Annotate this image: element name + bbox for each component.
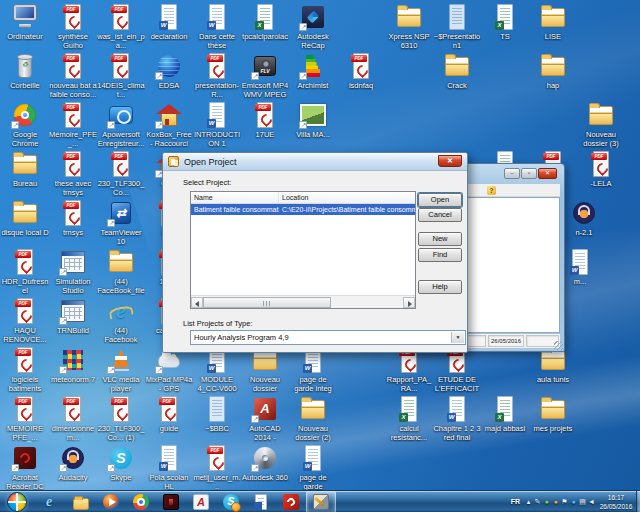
desktop-icon-dans-cette-th-se[interactable]: Dans cette thèse: [193, 4, 241, 50]
taskbar-button-windows-explorer[interactable]: [66, 491, 96, 512]
desktop-icon-calcul-resistanc[interactable]: calcul resistanc...: [385, 396, 433, 442]
desktop-icon-pola-scolan-hl[interactable]: Pola scolan HL: [145, 445, 193, 491]
pen-input-icon[interactable]: ✎: [533, 491, 542, 512]
desktop-icon-emicsoft-mp4-wmv-mpeg-a[interactable]: Emicsoft MP4 WMV MPEG A...: [241, 53, 289, 100]
desktop-icon-presentation-r[interactable]: presentation-R...: [193, 53, 241, 99]
column-header-name[interactable]: Name: [191, 192, 279, 203]
desktop-icon-archimist[interactable]: Archimist: [289, 53, 337, 90]
desktop-icon-mixpad-mp4a-gps[interactable]: MixPad MP4a - GPS: [145, 347, 193, 393]
desktop-icon-memoire-pfe[interactable]: MEMOIRE PFE_...: [1, 396, 49, 442]
taskbar-button-hap[interactable]: [306, 491, 336, 512]
desktop-icon-synth-se-guiho[interactable]: synthèse Guiho: [49, 4, 97, 50]
desktop-icon-230-tlf300-co-1[interactable]: 230_TLF300_Co... (1): [97, 396, 145, 442]
desktop-icon-44-facebook-files[interactable]: (44) FaceBook_files: [97, 249, 145, 296]
scroll-left-icon[interactable]: [191, 297, 203, 308]
desktop-icon-page-de-garde[interactable]: page de garde: [289, 445, 337, 491]
volume-icon[interactable]: ◄: [587, 491, 596, 512]
start-button[interactable]: [7, 492, 27, 512]
desktop-icon-google-chrome[interactable]: Google Chrome: [1, 102, 49, 148]
resize-grip-icon[interactable]: [554, 341, 563, 350]
desktop-icon-logiciels-batiments[interactable]: logiciels batiments: [1, 347, 49, 393]
desktop-icon-ts[interactable]: TS: [481, 4, 529, 41]
desktop-icon-lela[interactable]: -LELA: [577, 151, 625, 188]
desktop-icon-dimensionnem[interactable]: dimensionnem...: [49, 396, 97, 442]
help-button[interactable]: Help: [418, 280, 462, 294]
desktop-icon-disque-local-d[interactable]: disque local D: [1, 200, 49, 237]
desktop-icon-autodesk-recap[interactable]: Autodesk ReCap: [289, 4, 337, 50]
desktop-icon-villa-ma[interactable]: Villa MA...: [289, 102, 337, 139]
desktop-icon-xpress-nsp-6310-standard[interactable]: Xpress NSP 6310 Standard: [385, 4, 433, 51]
open-button[interactable]: Open: [418, 193, 462, 207]
minimize-button[interactable]: –: [504, 168, 520, 179]
desktop-icon-meteonorm-7[interactable]: meteonorm 7: [49, 347, 97, 384]
desktop-icon-bbc[interactable]: ~$BBC: [193, 396, 241, 433]
desktop-icon-edsa[interactable]: EDSA: [145, 53, 193, 90]
action-center-flag-icon[interactable]: ⚑: [560, 491, 569, 512]
taskbar-button-word[interactable]: [246, 491, 276, 512]
taskbar-button-adobe-reader[interactable]: [276, 491, 306, 512]
scrollbar-thumb[interactable]: [203, 297, 331, 308]
desktop-icon-apowersoft-enregistreur[interactable]: Apowersoft Enregistreur...: [97, 102, 145, 148]
horizontal-scrollbar[interactable]: [191, 295, 415, 308]
desktop-icon-44-facebook[interactable]: (44) Facebook: [97, 298, 145, 344]
show-desktop-button[interactable]: [636, 491, 640, 512]
taskbar-clock[interactable]: 16:17 26/05/2016: [597, 493, 635, 511]
taskbar-button-google-chrome[interactable]: [126, 491, 156, 512]
desktop-icon-chapitre-1-2-3-red-final[interactable]: Chapitre 1 2 3 red final: [433, 396, 481, 442]
teamviewer-tray-icon[interactable]: ●: [569, 491, 578, 512]
desktop-icon-hap[interactable]: hap: [529, 53, 577, 90]
combobox-dropdown-icon[interactable]: ▼: [451, 332, 464, 343]
project-list[interactable]: Name Location Batiment faible consommati…: [190, 191, 416, 309]
new-button[interactable]: New: [418, 232, 462, 246]
dialog-close-button[interactable]: ✕: [438, 155, 462, 167]
desktop-icon-skype[interactable]: Skype: [97, 445, 145, 482]
desktop-icon-nouveau-dossier[interactable]: Nouveau dossier: [241, 347, 289, 393]
taskbar-button-autocad[interactable]: [186, 491, 216, 512]
desktop-icon-metij-user-m[interactable]: metij_user_m...: [193, 445, 241, 491]
desktop-icon-koxbox-free-raccourci[interactable]: KoxBox_Free - Raccourci: [145, 102, 193, 148]
desktop-icon-trnsys[interactable]: trnsys: [49, 200, 97, 237]
dialog-titlebar[interactable]: Open Project ✕: [163, 153, 467, 171]
list-header[interactable]: Name Location: [191, 192, 415, 204]
desktop-icon-isdnfaq[interactable]: isdnfaq: [337, 53, 385, 90]
scroll-right-icon[interactable]: [403, 297, 415, 308]
desktop-icon-module-4-cc-v600-cal[interactable]: MODULE 4_CC-V600 CAL...: [193, 347, 241, 394]
desktop-icon-audacity[interactable]: Audacity: [49, 445, 97, 482]
taskbar-button-skype[interactable]: [216, 491, 246, 512]
desktop-icon-m-moire-pfe[interactable]: Mémoire_PFE_...: [49, 102, 97, 148]
desktop-icon-etude-de-l-efficacite-e[interactable]: ETUDE DE L'EFFICACITE E...: [433, 347, 481, 394]
desktop-icon-was-ist-ein-pa[interactable]: was_ist_ein_pa...: [97, 4, 145, 50]
desktop-icon-trnbuild[interactable]: TRNBuild: [49, 298, 97, 335]
desktop-icon-lise[interactable]: LISE: [529, 4, 577, 41]
language-indicator[interactable]: FR: [511, 491, 520, 512]
desktop-icon-nouveau-dossier-2[interactable]: Nouveau dossier (2): [289, 396, 337, 442]
find-button[interactable]: Find: [418, 248, 462, 262]
desktop-icon-presentation1[interactable]: ~$Presentation1: [433, 4, 481, 50]
desktop-icon-hdr-dufresnel[interactable]: HDR_Dufresnel: [1, 249, 49, 295]
desktop-icon-corbeille[interactable]: Corbeille: [1, 53, 49, 90]
project-row-selected[interactable]: Batiment faible consommation C:\E20-II\P…: [191, 204, 415, 215]
desktop-icon-simulation-studio[interactable]: Simulation Studio: [49, 249, 97, 295]
project-type-combobox[interactable]: Hourly Analysis Program 4,9 ▼: [190, 330, 466, 345]
update-shield-icon[interactable]: ●: [551, 491, 560, 512]
desktop-icon-vlc-media-player[interactable]: VLC media player: [97, 347, 145, 393]
cancel-button[interactable]: Cancel: [418, 208, 462, 222]
desktop-icon-14deis-climat[interactable]: 14DEIS_climat...: [97, 53, 145, 99]
desktop-icon-majd-abbasi[interactable]: majd abbasi: [481, 396, 529, 433]
hidden-icons-icon[interactable]: ▴: [524, 491, 533, 512]
desktop-icon-17ue[interactable]: 17UE: [241, 102, 289, 139]
desktop-icon-aula-tunis[interactable]: aula tunis: [529, 347, 577, 384]
antivirus-icon[interactable]: ●: [542, 491, 551, 512]
desktop-icon-haqu-renovce[interactable]: HAQU RENOVCE...: [1, 298, 49, 344]
desktop-icon-mes-projets[interactable]: mes projets: [529, 396, 577, 433]
taskbar-button-photo-app[interactable]: [156, 491, 186, 512]
desktop-icon-autocad-2014-fran-ais-french[interactable]: AutoCAD 2014 - Français (French): [241, 396, 289, 443]
desktop-icon-these-avec-trnsys[interactable]: these avec trnsys: [49, 151, 97, 197]
help-icon[interactable]: ?: [487, 186, 496, 195]
desktop-icon-ordinateur[interactable]: Ordinateur: [1, 4, 49, 41]
desktop-icon-autodesk-360[interactable]: Autodesk 360: [241, 445, 289, 482]
desktop-icon-teamviewer-10[interactable]: TeamViewer 10: [97, 200, 145, 246]
network-icon[interactable]: ▤: [578, 491, 587, 512]
scrollbar-track[interactable]: [331, 297, 403, 308]
desktop-icon-nouveau-bat-a-faible-conso[interactable]: nouveau bat a faible conso...: [49, 53, 97, 99]
